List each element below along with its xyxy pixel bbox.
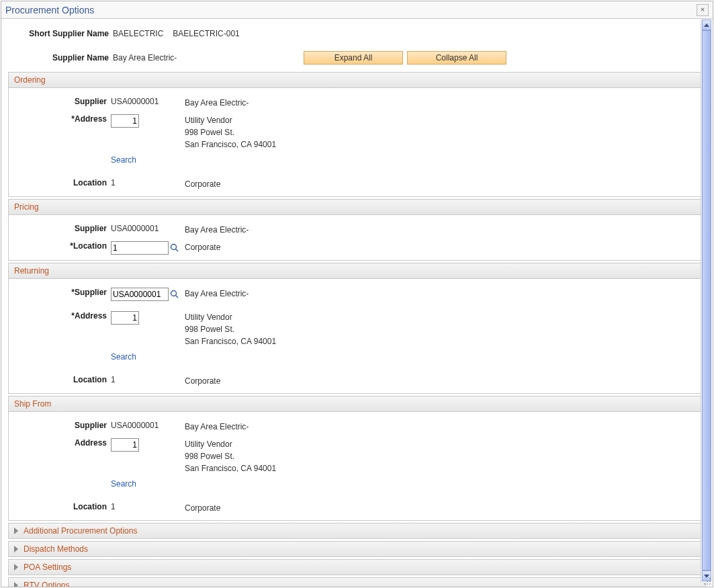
- ordering-address-city: San Francisco, CA 94001: [185, 140, 276, 149]
- ordering-panel: Ordering Supplier USA0000001 Bay Area El…: [8, 72, 706, 197]
- supplier-name-row: Supplier Name Bay Area Electric- Expand …: [8, 49, 706, 67]
- shipfrom-address-label: Address: [13, 436, 111, 448]
- short-supplier-row: Short Supplier Name BAELECTRIC BAELECTRI…: [8, 25, 706, 42]
- supplier-name-value: Bay Area Electric-: [113, 53, 294, 62]
- shipfrom-title: Ship From: [14, 399, 51, 409]
- shipfrom-address-input[interactable]: [111, 438, 139, 452]
- returning-location-name: Corporate: [185, 373, 701, 387]
- returning-address-label: *Address: [13, 309, 111, 321]
- shipfrom-location-label: Location: [13, 500, 111, 511]
- returning-address-line: 998 Powel St.: [185, 325, 234, 334]
- returning-supplier-label: *Supplier: [13, 286, 111, 297]
- returning-location-id: 1: [111, 373, 185, 384]
- svg-point-4: [709, 578, 711, 579]
- shipfrom-address-name: Utility Vendor: [185, 439, 232, 449]
- shipfrom-address-line: 998 Powel St.: [185, 452, 234, 461]
- procurement-options-modal: Procurement Options × Short Supplier Nam…: [1, 1, 713, 587]
- returning-panel: Returning *Supplier Bay Area Electric-: [8, 263, 706, 394]
- pricing-supplier-id: USA0000001: [111, 222, 185, 233]
- ordering-supplier-id: USA0000001: [111, 95, 185, 106]
- returning-supplier-input[interactable]: [111, 288, 169, 301]
- returning-title: Returning: [14, 266, 49, 276]
- ordering-supplier-name: Bay Area Electric-: [185, 95, 701, 109]
- pricing-header[interactable]: Pricing: [9, 200, 705, 215]
- shipfrom-address-city: San Francisco, CA 94001: [185, 464, 276, 473]
- rtv-options-header[interactable]: RTV Options: [8, 577, 706, 587]
- ordering-address-line: 998 Powel St.: [185, 128, 234, 137]
- returning-search-row: Search: [13, 349, 701, 366]
- svg-point-2: [171, 291, 177, 296]
- expand-all-button[interactable]: Expand All: [304, 51, 403, 65]
- short-supplier-alt: BAELECTRIC-001: [173, 29, 239, 38]
- poa-settings-header[interactable]: POA Settings: [8, 559, 706, 575]
- svg-line-3: [176, 296, 179, 298]
- shipfrom-location-name: Corporate: [185, 500, 701, 514]
- short-supplier-label: Short Supplier Name: [8, 29, 113, 38]
- shipfrom-search-link[interactable]: Search: [111, 479, 136, 489]
- dispatch-methods-title: Dispatch Methods: [24, 544, 88, 554]
- returning-address-name: Utility Vendor: [185, 312, 232, 322]
- expand-icon: [14, 546, 18, 552]
- short-supplier-code: BAELECTRIC: [113, 29, 163, 38]
- ordering-search-row: Search: [13, 152, 701, 169]
- scroll-up-icon[interactable]: [702, 19, 711, 30]
- shipfrom-search-row: Search: [13, 476, 701, 493]
- expand-icon: [14, 564, 18, 571]
- pricing-supplier-label: Supplier: [13, 222, 111, 233]
- lookup-icon[interactable]: [170, 243, 179, 253]
- rtv-options-title: RTV Options: [24, 581, 69, 587]
- pricing-location-row: *Location Corporate: [13, 238, 701, 256]
- shipfrom-address-row: Address Utility Vendor 998 Powel St. San…: [13, 435, 701, 476]
- svg-point-8: [707, 583, 708, 585]
- dispatch-methods-header[interactable]: Dispatch Methods: [8, 541, 706, 557]
- pricing-supplier-name: Bay Area Electric-: [185, 222, 701, 236]
- shipfrom-supplier-label: Supplier: [13, 419, 111, 430]
- ordering-address-input[interactable]: [111, 114, 139, 128]
- ordering-supplier-row: Supplier USA0000001 Bay Area Electric-: [13, 93, 701, 111]
- pricing-location-name: Corporate: [185, 239, 701, 253]
- svg-point-6: [709, 581, 711, 582]
- pricing-supplier-row: Supplier USA0000001 Bay Area Electric-: [13, 220, 701, 238]
- pricing-panel: Pricing Supplier USA0000001 Bay Area Ele…: [8, 199, 706, 261]
- shipfrom-supplier-id: USA0000001: [111, 419, 185, 430]
- svg-point-5: [707, 581, 708, 582]
- lookup-icon[interactable]: [170, 290, 179, 299]
- shipfrom-header[interactable]: Ship From: [9, 396, 705, 412]
- scroll-thumb[interactable]: [702, 30, 711, 571]
- close-icon[interactable]: ×: [697, 4, 709, 16]
- ordering-supplier-label: Supplier: [13, 95, 111, 106]
- resize-handle-icon[interactable]: [703, 577, 711, 585]
- expand-icon: [14, 582, 18, 587]
- shipfrom-supplier-name: Bay Area Electric-: [185, 419, 701, 433]
- ordering-header[interactable]: Ordering: [9, 73, 705, 88]
- svg-point-7: [704, 583, 705, 585]
- scroll-track[interactable]: [702, 30, 711, 571]
- shipfrom-supplier-row: Supplier USA0000001 Bay Area Electric-: [13, 417, 701, 435]
- returning-supplier-row: *Supplier Bay Area Electric-: [13, 284, 701, 302]
- ordering-address-name: Utility Vendor: [185, 116, 232, 125]
- returning-search-link[interactable]: Search: [111, 352, 136, 362]
- shipfrom-location-row: Location 1 Corporate: [13, 499, 701, 516]
- collapse-all-button[interactable]: Collapse All: [407, 51, 506, 65]
- poa-settings-title: POA Settings: [24, 562, 71, 572]
- svg-point-0: [171, 245, 177, 250]
- ordering-location-id: 1: [111, 176, 185, 187]
- returning-address-input[interactable]: [111, 311, 139, 325]
- ordering-address-label: *Address: [13, 112, 111, 124]
- returning-location-label: Location: [13, 373, 111, 384]
- additional-procurement-options-header[interactable]: Additional Procurement Options: [8, 523, 706, 539]
- ordering-location-row: Location 1 Corporate: [13, 175, 701, 192]
- pricing-location-input[interactable]: [111, 241, 169, 255]
- shipfrom-panel: Ship From Supplier USA0000001 Bay Area E…: [8, 396, 706, 521]
- returning-supplier-name: Bay Area Electric-: [185, 286, 701, 300]
- modal-title: Procurement Options: [5, 5, 697, 15]
- scrollbar[interactable]: [701, 19, 711, 583]
- svg-line-1: [176, 249, 179, 252]
- returning-address-city: San Francisco, CA 94001: [185, 337, 276, 346]
- returning-header[interactable]: Returning: [9, 263, 705, 279]
- returning-location-row: Location 1 Corporate: [13, 372, 701, 389]
- shipfrom-location-id: 1: [111, 500, 185, 511]
- ordering-title: Ordering: [14, 75, 46, 85]
- ordering-address-row: *Address Utility Vendor 998 Powel St. Sa…: [13, 111, 701, 152]
- ordering-search-link[interactable]: Search: [111, 155, 136, 165]
